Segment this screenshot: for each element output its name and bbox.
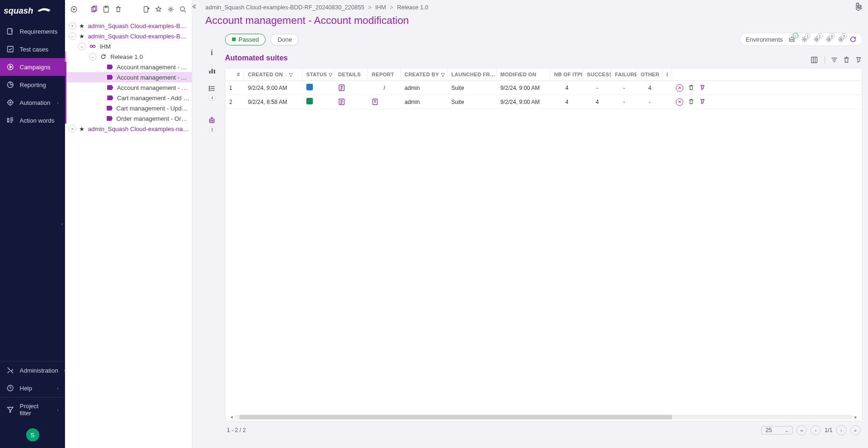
col-other[interactable]: OTHER xyxy=(637,68,663,81)
col-extra[interactable]: I xyxy=(663,68,672,81)
nav-project-filter[interactable]: Project filter › xyxy=(0,397,65,422)
section-title: Automated suites xyxy=(225,54,288,62)
tree-row[interactable]: Account management - Acc… xyxy=(65,62,192,72)
page-prev[interactable]: ‹ xyxy=(810,425,821,435)
scrollbar-thumb[interactable] xyxy=(239,415,672,419)
breadcrumb-item[interactable]: admin_Squash Cloud-examples-BDD-RF_20240… xyxy=(205,4,364,11)
scroll-left-icon[interactable]: ◄ xyxy=(228,415,235,419)
col-status[interactable]: STATUS▽ xyxy=(303,68,334,81)
col-details[interactable]: DETAILS xyxy=(334,68,368,81)
col-success[interactable]: SUCCESS xyxy=(583,68,611,81)
paste-icon[interactable] xyxy=(100,3,112,16)
cell-nb-itpi: 4 xyxy=(550,82,583,94)
attachment-icon[interactable] xyxy=(854,2,862,11)
delete-icon[interactable] xyxy=(843,56,850,64)
stop-icon[interactable]: ✕ xyxy=(676,84,683,92)
settings-icon[interactable] xyxy=(165,3,177,16)
col-failure[interactable]: FAILURE xyxy=(611,68,637,81)
scroll-right-icon[interactable]: ► xyxy=(853,415,859,419)
info-icon[interactable]: i xyxy=(206,47,217,59)
col-launched-from[interactable]: LAUNCHED FR…▽ xyxy=(448,68,497,81)
nav-administration[interactable]: Administration › xyxy=(0,361,65,379)
tree-label: Order management - Order … xyxy=(116,115,190,122)
tree-row[interactable]: +★admin_Squash Cloud-examples-native… xyxy=(65,124,192,134)
details-icon[interactable] xyxy=(338,98,364,105)
tree-toggle[interactable]: – xyxy=(69,32,76,40)
columns-icon[interactable] xyxy=(810,56,818,64)
nav-help[interactable]: Help › xyxy=(0,379,65,397)
copy-icon[interactable] xyxy=(88,3,100,16)
svg-rect-13 xyxy=(144,7,148,12)
tree-toggle[interactable]: + xyxy=(69,22,76,29)
col-created-on[interactable]: CREATED ON↓▽ xyxy=(244,68,303,81)
star-icon: ★ xyxy=(79,33,85,40)
list-icon[interactable]: 4 xyxy=(206,83,217,94)
nav-action-words[interactable]: Action words xyxy=(0,111,65,129)
svg-point-28 xyxy=(790,39,791,40)
page-last[interactable]: » xyxy=(850,425,861,435)
tree-toggle[interactable]: – xyxy=(89,53,96,60)
breadcrumb-item[interactable]: Release 1.0 xyxy=(397,4,428,11)
row-prune-icon[interactable] xyxy=(699,84,706,92)
col-report[interactable]: REPORT xyxy=(368,68,401,81)
status-pill-done[interactable]: Done xyxy=(270,34,299,45)
bot-icon[interactable]: 2 xyxy=(206,115,217,126)
tree-row[interactable]: +★admin_Squash Cloud-examples-BDD-… xyxy=(65,21,192,31)
page-first[interactable]: « xyxy=(796,425,807,435)
search-icon[interactable] xyxy=(177,3,189,16)
horizontal-scrollbar[interactable]: ◄ ► xyxy=(225,413,862,421)
tree-row[interactable]: Cart management - Add to … xyxy=(65,93,192,103)
tree-row[interactable]: Order management - Order … xyxy=(65,113,192,124)
env-gear-icon[interactable]: 5 xyxy=(837,36,845,43)
refresh-icon[interactable] xyxy=(849,36,857,43)
row-prune-icon[interactable] xyxy=(699,98,706,106)
content-collapse-toggle[interactable] xyxy=(192,0,205,448)
env-gear-icon[interactable]: 1 xyxy=(801,36,808,43)
chart-icon[interactable] xyxy=(206,65,217,76)
nav-label: Reporting xyxy=(20,81,46,88)
col-created-by[interactable]: CREATED BY▽ xyxy=(401,68,448,81)
env-bot-icon[interactable]: ✓ xyxy=(788,35,796,44)
cell-status xyxy=(303,81,334,95)
tree-row[interactable]: –Release 1.0 xyxy=(65,51,192,62)
cell-success: - xyxy=(583,82,611,94)
col-index[interactable]: # xyxy=(225,68,244,81)
status-pill-passed[interactable]: Passed xyxy=(225,34,266,45)
prune-icon[interactable] xyxy=(855,56,862,64)
table-row[interactable]: 19/2/24, 9:00 AM/adminSuite9/2/24, 9:00 … xyxy=(225,81,862,95)
stop-icon[interactable]: ✕ xyxy=(676,98,683,106)
details-icon[interactable] xyxy=(338,84,364,91)
breadcrumb-item[interactable]: IHM xyxy=(375,4,386,11)
page-size-select[interactable]: 25 ⌄ xyxy=(761,426,793,434)
report-icon[interactable] xyxy=(372,98,397,105)
tree-row[interactable]: Account management - Login xyxy=(65,82,192,93)
nav-campaigns[interactable]: Campaigns xyxy=(0,58,65,76)
tree-toggle[interactable]: + xyxy=(69,125,76,132)
tree-toggle[interactable]: – xyxy=(78,43,86,50)
tree-row[interactable]: –IHM xyxy=(65,41,192,51)
env-gear-icon[interactable]: 1 xyxy=(813,36,820,43)
nav-automation[interactable]: Automation › xyxy=(0,94,65,111)
table-row[interactable]: 29/2/24, 8:58 AMadminSuite9/2/24, 9:00 A… xyxy=(225,95,862,109)
tree-label: Cart management - Add to … xyxy=(117,95,190,102)
tree-row[interactable]: –★admin_Squash Cloud-examples-BDD-… xyxy=(65,31,192,41)
filter-settings-icon[interactable] xyxy=(825,56,838,64)
user-avatar[interactable]: S xyxy=(26,428,39,441)
page-next[interactable]: › xyxy=(836,425,846,435)
env-gear-icon[interactable]: 0 xyxy=(825,36,832,43)
add-icon[interactable] xyxy=(68,3,80,16)
nav-reporting[interactable]: Reporting xyxy=(0,76,65,94)
col-nb-itpi[interactable]: NB OF ITPI xyxy=(550,68,583,81)
delete-icon[interactable] xyxy=(112,3,124,16)
export-icon[interactable] xyxy=(140,3,152,16)
tree-row[interactable]: Account management - Acc… xyxy=(65,72,192,82)
nav-requirements[interactable]: Requirements xyxy=(0,22,65,40)
tree-row[interactable]: Cart management - Update … xyxy=(65,103,192,113)
favorite-icon[interactable] xyxy=(152,3,165,16)
nav-test-cases[interactable]: Test cases xyxy=(0,40,65,58)
sidebar-collapse-toggle[interactable]: ‹ xyxy=(59,215,65,234)
cell-extra xyxy=(663,85,672,91)
row-delete-icon[interactable] xyxy=(688,98,694,106)
row-delete-icon[interactable] xyxy=(688,84,694,92)
col-modified-on[interactable]: MODIFIED ON xyxy=(497,68,550,81)
